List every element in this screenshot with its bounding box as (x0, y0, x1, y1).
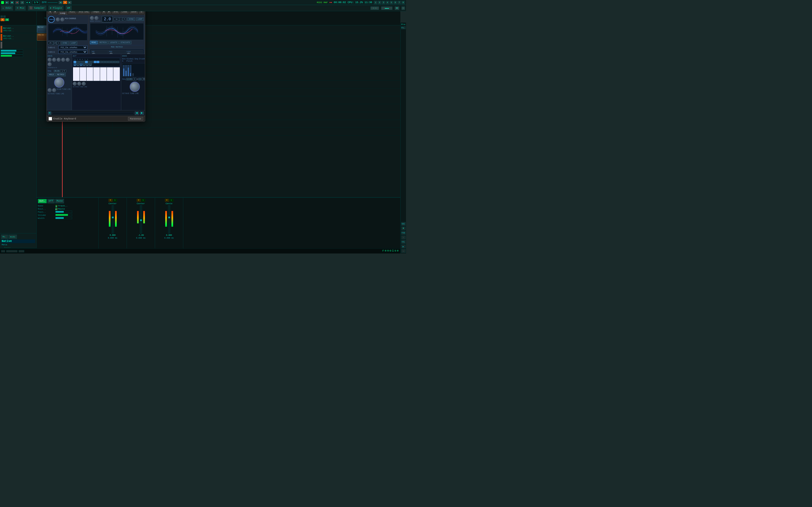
step-r2-6[interactable]: 10 (89, 63, 92, 66)
seq-btn-r1[interactable] (139, 78, 141, 80)
seq-prev[interactable]: ◄ (54, 70, 57, 72)
pat-2[interactable]: 2 (378, 1, 381, 4)
key-w4[interactable] (93, 67, 100, 81)
env-k3[interactable] (57, 58, 61, 62)
adsr-s[interactable] (128, 65, 129, 76)
env-k5[interactable] (66, 58, 70, 62)
retrig-btn[interactable]: RETRIG (98, 41, 108, 44)
mono-btn[interactable]: MONO (90, 41, 98, 44)
seq-next[interactable]: ► (57, 70, 60, 72)
step-16[interactable] (117, 61, 119, 63)
seq-minus[interactable]: - (126, 78, 129, 80)
status-icon-3[interactable] (18, 250, 24, 252)
pat-8[interactable]: 8 (402, 1, 405, 4)
bend-knob[interactable] (90, 16, 94, 20)
plugin-bar-btn2[interactable]: ► (140, 112, 144, 115)
step-14[interactable] (111, 61, 114, 63)
grid-btn[interactable]: ⊞ (395, 6, 399, 10)
step-13[interactable] (108, 61, 110, 63)
bpm-value[interactable] (48, 2, 57, 3)
loop-btn-left[interactable]: LOOP (70, 41, 77, 45)
hold-btn[interactable]: HOLD (48, 73, 55, 76)
key-w6[interactable] (107, 67, 114, 81)
filter-select-2[interactable]: F02_Cla...icNoRes (58, 50, 87, 54)
step-8[interactable] (94, 61, 96, 63)
step-9[interactable] (97, 61, 99, 63)
env-k4[interactable] (61, 58, 65, 62)
pat-5[interactable]: 5 (390, 1, 393, 4)
act-k3[interactable] (82, 82, 86, 86)
key-w7[interactable] (113, 67, 120, 81)
step-11[interactable] (102, 61, 105, 63)
voice2-knob[interactable] (94, 16, 98, 20)
step-4[interactable] (82, 61, 85, 63)
step-r2-2[interactable]: 11 (77, 63, 80, 66)
play-button[interactable]: ▶ (5, 1, 9, 4)
adsr-a[interactable] (123, 65, 124, 76)
seq-plus[interactable]: + (130, 78, 132, 80)
loop-button[interactable]: ↺ (20, 1, 24, 4)
step-r2-3[interactable]: 12 (80, 63, 83, 66)
mute-btn[interactable]: Mute (55, 199, 64, 203)
scan-k2[interactable] (52, 88, 56, 92)
arrow-btn[interactable]: → (402, 6, 405, 10)
scan-k1[interactable] (48, 88, 52, 92)
randomize-btn[interactable]: Randomize (128, 117, 143, 121)
native-item[interactable]: Native (1, 239, 35, 243)
s-btn-1[interactable]: S (113, 199, 117, 202)
mix-menu[interactable]: ≡ Mix (15, 6, 26, 10)
s-btn-2[interactable]: S (141, 199, 145, 202)
pan-bar[interactable] (55, 211, 72, 213)
nav-next[interactable]: ► (68, 1, 71, 4)
s-btn-3[interactable]: S (169, 199, 173, 202)
key-w2[interactable] (80, 67, 87, 81)
env-k2[interactable] (52, 58, 56, 62)
plugin-bar-icon[interactable]: ≡ (48, 112, 51, 115)
sampler-menu[interactable]: ⬛ Sampler (28, 6, 46, 10)
act-k2[interactable] (77, 82, 81, 86)
step-r2-4[interactable]: 11 (83, 63, 86, 66)
step-15[interactable] (114, 61, 116, 63)
fader-1[interactable] (112, 205, 114, 233)
step-1[interactable] (73, 61, 76, 63)
width-bar[interactable] (55, 217, 72, 219)
env-k1[interactable] (48, 58, 52, 62)
key-w5[interactable] (100, 67, 107, 81)
main-large-knob[interactable] (54, 77, 64, 88)
step-10[interactable] (100, 61, 102, 63)
sync-btn-r[interactable]: SYNC (128, 17, 135, 21)
pat-3[interactable]: 3 (382, 1, 385, 4)
pat-4[interactable]: 4 (386, 1, 389, 4)
route-arrow[interactable]: ▸ (55, 208, 57, 210)
legato-btn[interactable]: LEGATO (109, 41, 118, 44)
fader-2[interactable] (140, 205, 142, 233)
enable-keyboard-check[interactable] (49, 117, 52, 121)
vol-bar[interactable] (55, 214, 72, 216)
step-2[interactable] (77, 61, 79, 63)
updown-btn[interactable]: ↕ (401, 235, 406, 239)
step-r2-1[interactable]: 10 (73, 63, 77, 66)
step-7[interactable] (91, 61, 93, 63)
off-btn[interactable]: Off (47, 199, 55, 203)
sync-btn-left[interactable]: SYNC (61, 41, 69, 45)
edit-menu[interactable]: ✏ Edit (1, 6, 13, 10)
step-r2-5[interactable]: 12 (86, 63, 89, 66)
m-btn-2[interactable]: M (137, 199, 141, 202)
stop-button[interactable]: ■ (10, 1, 14, 4)
status-icon-2[interactable] (6, 250, 17, 252)
loop-btn-r[interactable]: LOOP (136, 17, 144, 21)
filter-select-1[interactable]: F02_Cla...icNoRes (58, 46, 87, 49)
fader-3[interactable] (168, 205, 170, 233)
scope-btn[interactable]: ～～ (370, 6, 379, 10)
adsr-d[interactable] (125, 65, 127, 76)
key-w3[interactable] (87, 67, 93, 81)
waveform-btn[interactable]: ▬▬▬ (381, 6, 393, 10)
staccato-btn[interactable]: STACCATO (119, 41, 132, 44)
nbc-btn[interactable]: NBC (401, 222, 406, 226)
main-large-knob-r[interactable] (130, 82, 140, 92)
step-5[interactable] (85, 61, 88, 63)
m-btn[interactable]: ⊕M (66, 6, 71, 10)
nav-prev[interactable]: ◄ (59, 1, 63, 4)
m-side-btn[interactable]: M (401, 226, 406, 230)
chorus-knob[interactable] (60, 17, 64, 21)
